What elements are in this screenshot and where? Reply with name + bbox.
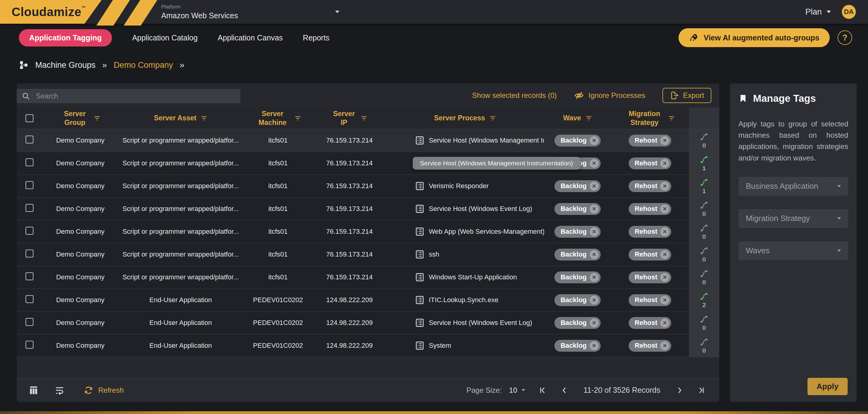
row-checkbox[interactable] (26, 341, 33, 349)
next-page-button[interactable] (675, 386, 684, 395)
applied-tags-cell[interactable]: 0 (689, 198, 719, 220)
chevron-down-icon (837, 185, 841, 187)
previous-page-button[interactable] (560, 386, 569, 395)
remove-strategy-tag-icon[interactable]: ✕ (660, 227, 669, 236)
applied-tags-cell[interactable]: 0 (689, 266, 719, 288)
column-header-server-machine: Server Machine (243, 109, 313, 127)
ignore-processes-button[interactable]: Ignore Processes (574, 90, 645, 101)
table-row[interactable]: Demo Company Script or programmer wrappe… (17, 220, 719, 243)
table-row[interactable]: Demo Company Script or programmer wrappe… (17, 129, 719, 152)
filter-icon[interactable] (585, 116, 592, 121)
wrap-text-icon[interactable] (55, 385, 65, 395)
remove-wave-tag-icon[interactable]: ✕ (590, 296, 598, 305)
migration-strategy-dropdown[interactable]: Migration Strategy (738, 209, 848, 228)
row-checkbox[interactable] (26, 227, 33, 235)
remove-strategy-tag-icon[interactable]: ✕ (660, 136, 669, 145)
breadcrumb-demo-company[interactable]: Demo Company (114, 61, 173, 70)
help-button[interactable]: ? (838, 30, 852, 45)
row-checkbox[interactable] (26, 318, 33, 326)
remove-strategy-tag-icon[interactable]: ✕ (660, 296, 669, 305)
applied-tags-cell[interactable]: 0 (689, 220, 719, 243)
filter-icon[interactable] (201, 116, 208, 121)
remove-wave-tag-icon[interactable]: ✕ (590, 159, 598, 168)
server-machine-cell: itcfs01 (243, 205, 313, 213)
chevron-down-icon (837, 217, 841, 219)
table-row[interactable]: Demo Company Script or programmer wrappe… (17, 152, 719, 175)
platform-select[interactable]: Platform Amazon Web Services (161, 4, 339, 20)
manage-tags-panel: Manage Tags Apply tags to group of selec… (730, 84, 857, 402)
first-page-button[interactable] (538, 386, 547, 395)
remove-wave-tag-icon[interactable]: ✕ (590, 227, 598, 236)
apply-button[interactable]: Apply (807, 378, 848, 395)
applied-tags-cell[interactable]: 1 (689, 152, 719, 174)
breadcrumb-machine-groups[interactable]: Machine Groups (35, 61, 95, 70)
row-checkbox[interactable] (26, 135, 33, 144)
server-group-cell: Demo Company (42, 182, 118, 190)
migration-strategy-tag: Rehost ✕ (629, 180, 672, 192)
filter-icon[interactable] (489, 116, 496, 121)
table-row[interactable]: Demo Company Script or programmer wrappe… (17, 243, 719, 266)
filter-icon[interactable] (294, 116, 301, 121)
export-button[interactable]: Export (662, 88, 711, 103)
table-row[interactable]: Demo Company Script or programmer wrappe… (17, 266, 719, 289)
row-checkbox[interactable] (26, 250, 33, 257)
remove-wave-tag-icon[interactable]: ✕ (590, 136, 598, 145)
filter-icon[interactable] (94, 116, 100, 121)
remove-strategy-tag-icon[interactable]: ✕ (660, 204, 669, 213)
tab-application-tagging[interactable]: Application Tagging (19, 29, 112, 46)
applied-tags-count: 0 (703, 256, 706, 263)
remove-strategy-tag-icon[interactable]: ✕ (660, 273, 669, 282)
table-row[interactable]: Demo Company End-User Application PEDEV0… (17, 312, 719, 335)
search-input[interactable] (17, 89, 240, 103)
file-export-icon (670, 91, 679, 100)
process-name: ssh (429, 251, 439, 258)
migration-strategy-tag: Rehost ✕ (629, 317, 672, 329)
filter-icon[interactable] (361, 116, 367, 121)
select-all-checkbox[interactable] (26, 114, 33, 122)
view-ai-auto-groups-button[interactable]: View AI augmented auto-groups (679, 28, 830, 47)
filter-icon[interactable] (668, 116, 675, 121)
table-columns-icon[interactable] (28, 385, 39, 395)
table-row[interactable]: Demo Company Script or programmer wrappe… (17, 175, 719, 198)
refresh-button[interactable]: Refresh (84, 385, 124, 395)
row-checkbox[interactable] (26, 204, 33, 212)
row-checkbox[interactable] (26, 181, 33, 189)
table-body: Demo Company Script or programmer wrappe… (17, 129, 719, 357)
row-checkbox[interactable] (26, 273, 33, 280)
row-checkbox[interactable] (26, 158, 33, 166)
business-application-placeholder: Business Application (746, 182, 818, 191)
chevron-down-icon (827, 11, 831, 13)
business-application-dropdown[interactable]: Business Application (738, 177, 848, 196)
tab-application-canvas[interactable]: Application Canvas (218, 33, 283, 42)
remove-strategy-tag-icon[interactable]: ✕ (660, 159, 669, 168)
remove-strategy-tag-icon[interactable]: ✕ (660, 182, 669, 191)
table-row[interactable]: Demo Company End-User Application PEDEV0… (17, 335, 719, 357)
remove-strategy-tag-icon[interactable]: ✕ (660, 250, 669, 259)
applied-tags-cell[interactable]: 1 (689, 175, 719, 197)
show-selected-records-link[interactable]: Show selected records (0) (472, 91, 557, 100)
tab-application-catalog[interactable]: Application Catalog (132, 33, 197, 42)
remove-wave-tag-icon[interactable]: ✕ (590, 273, 598, 282)
table-row[interactable]: Demo Company End-User Application PEDEV0… (17, 289, 719, 312)
remove-wave-tag-icon[interactable]: ✕ (590, 250, 598, 259)
plan-menu[interactable]: Plan (805, 7, 831, 17)
row-checkbox[interactable] (26, 295, 33, 303)
remove-strategy-tag-icon[interactable]: ✕ (660, 341, 669, 350)
applied-tags-cell[interactable]: 0 (689, 129, 719, 152)
remove-wave-tag-icon[interactable]: ✕ (590, 182, 598, 191)
applied-tags-cell[interactable]: 0 (689, 335, 719, 357)
applied-tags-cell[interactable]: 0 (689, 243, 719, 266)
remove-wave-tag-icon[interactable]: ✕ (590, 341, 598, 350)
tab-reports[interactable]: Reports (303, 33, 330, 42)
remove-strategy-tag-icon[interactable]: ✕ (660, 319, 669, 327)
applied-tags-cell[interactable]: 0 (689, 312, 719, 334)
table-row[interactable]: Demo Company Script or programmer wrappe… (17, 198, 719, 220)
remove-wave-tag-icon[interactable]: ✕ (590, 319, 598, 327)
remove-wave-tag-icon[interactable]: ✕ (590, 204, 598, 213)
applied-tags-cell[interactable]: 2 (689, 289, 719, 311)
wave-tag: Backlog ✕ (554, 294, 601, 306)
avatar[interactable]: DA (842, 5, 856, 19)
last-page-button[interactable] (697, 386, 706, 395)
waves-dropdown[interactable]: Waves (738, 241, 848, 260)
page-size-select[interactable]: 10 (509, 386, 525, 394)
